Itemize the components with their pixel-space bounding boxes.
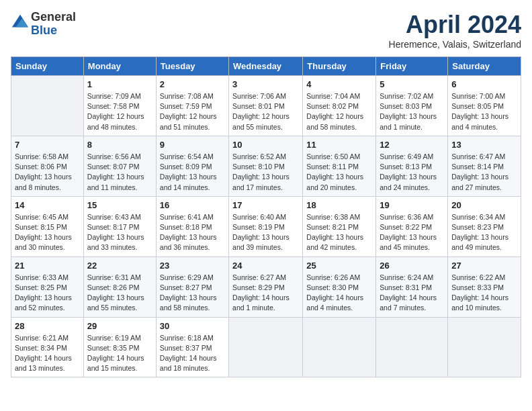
calendar-cell: 24Sunrise: 6:27 AM Sunset: 8:29 PM Dayli… [229,257,303,317]
day-number: 13 [451,140,517,150]
calendar-cell: 3Sunrise: 7:06 AM Sunset: 8:01 PM Daylig… [229,76,303,136]
day-detail: Sunrise: 6:36 AM Sunset: 8:22 PM Dayligh… [380,212,444,253]
day-number: 9 [160,140,225,150]
day-detail: Sunrise: 7:06 AM Sunset: 8:01 PM Dayligh… [232,91,299,132]
month-title: April 2024 [389,11,521,39]
day-detail: Sunrise: 6:34 AM Sunset: 8:23 PM Dayligh… [451,212,517,253]
day-detail: Sunrise: 7:02 AM Sunset: 8:03 PM Dayligh… [380,91,444,132]
day-detail: Sunrise: 6:24 AM Sunset: 8:31 PM Dayligh… [380,273,444,314]
day-number: 26 [380,261,444,271]
calendar-cell: 2Sunrise: 7:08 AM Sunset: 7:59 PM Daylig… [156,76,228,136]
calendar-cell: 27Sunrise: 6:22 AM Sunset: 8:33 PM Dayli… [448,257,521,317]
calendar-cell [229,317,303,377]
day-number: 11 [306,140,372,150]
day-detail: Sunrise: 6:49 AM Sunset: 8:13 PM Dayligh… [380,152,444,193]
calendar-cell [11,76,84,136]
weekday-header-cell: Tuesday [156,57,228,76]
day-detail: Sunrise: 6:26 AM Sunset: 8:30 PM Dayligh… [306,273,372,314]
day-number: 25 [306,261,372,271]
calendar-cell: 1Sunrise: 7:09 AM Sunset: 7:58 PM Daylig… [83,76,156,136]
location-subtitle: Heremence, Valais, Switzerland [389,39,521,50]
calendar-cell [376,317,448,377]
page-header: General Blue April 2024 Heremence, Valai… [11,11,521,50]
calendar-cell: 12Sunrise: 6:49 AM Sunset: 8:13 PM Dayli… [376,136,448,196]
calendar-cell: 11Sunrise: 6:50 AM Sunset: 8:11 PM Dayli… [303,136,376,196]
day-number: 30 [160,321,225,331]
day-number: 6 [451,79,517,89]
calendar-cell: 22Sunrise: 6:31 AM Sunset: 8:26 PM Dayli… [83,257,156,317]
logo-icon [11,13,30,32]
calendar-cell: 30Sunrise: 6:18 AM Sunset: 8:37 PM Dayli… [156,317,228,377]
day-number: 16 [160,200,225,210]
day-detail: Sunrise: 6:43 AM Sunset: 8:17 PM Dayligh… [87,212,152,253]
day-detail: Sunrise: 7:00 AM Sunset: 8:05 PM Dayligh… [451,91,517,132]
day-detail: Sunrise: 7:09 AM Sunset: 7:58 PM Dayligh… [87,91,152,132]
calendar-cell: 23Sunrise: 6:29 AM Sunset: 8:27 PM Dayli… [156,257,228,317]
logo-blue-text: Blue [31,24,57,37]
day-number: 22 [87,261,152,271]
day-detail: Sunrise: 6:50 AM Sunset: 8:11 PM Dayligh… [306,152,372,193]
day-number: 20 [451,200,517,210]
day-detail: Sunrise: 6:31 AM Sunset: 8:26 PM Dayligh… [87,273,152,314]
weekday-header-cell: Sunday [11,57,84,76]
day-detail: Sunrise: 7:04 AM Sunset: 8:02 PM Dayligh… [306,91,372,132]
day-number: 8 [87,140,152,150]
day-number: 19 [380,200,444,210]
calendar-cell: 9Sunrise: 6:54 AM Sunset: 8:09 PM Daylig… [156,136,228,196]
calendar-cell: 18Sunrise: 6:38 AM Sunset: 8:21 PM Dayli… [303,196,376,257]
day-number: 14 [15,200,80,210]
day-detail: Sunrise: 6:52 AM Sunset: 8:10 PM Dayligh… [232,152,299,193]
calendar-week-row: 14Sunrise: 6:45 AM Sunset: 8:15 PM Dayli… [11,196,521,257]
day-detail: Sunrise: 6:21 AM Sunset: 8:34 PM Dayligh… [15,333,80,374]
day-detail: Sunrise: 6:54 AM Sunset: 8:09 PM Dayligh… [160,152,225,193]
day-detail: Sunrise: 6:18 AM Sunset: 8:37 PM Dayligh… [160,333,225,374]
calendar-cell: 14Sunrise: 6:45 AM Sunset: 8:15 PM Dayli… [11,196,84,257]
calendar-cell: 28Sunrise: 6:21 AM Sunset: 8:34 PM Dayli… [11,317,84,377]
day-detail: Sunrise: 6:19 AM Sunset: 8:35 PM Dayligh… [87,333,152,374]
calendar-week-row: 1Sunrise: 7:09 AM Sunset: 7:58 PM Daylig… [11,76,521,136]
calendar-cell: 6Sunrise: 7:00 AM Sunset: 8:05 PM Daylig… [448,76,521,136]
day-detail: Sunrise: 6:56 AM Sunset: 8:07 PM Dayligh… [87,152,152,193]
logo-general-text: General [31,10,76,24]
calendar-cell: 13Sunrise: 6:47 AM Sunset: 8:14 PM Dayli… [448,136,521,196]
calendar-cell: 15Sunrise: 6:43 AM Sunset: 8:17 PM Dayli… [83,196,156,257]
calendar-table: SundayMondayTuesdayWednesdayThursdayFrid… [11,56,521,377]
day-number: 12 [380,140,444,150]
logo: General Blue [11,11,76,38]
day-number: 24 [232,261,299,271]
weekday-header-cell: Saturday [448,57,521,76]
calendar-cell: 4Sunrise: 7:04 AM Sunset: 8:02 PM Daylig… [303,76,376,136]
day-detail: Sunrise: 6:47 AM Sunset: 8:14 PM Dayligh… [451,152,517,193]
weekday-header-cell: Friday [376,57,448,76]
calendar-cell: 10Sunrise: 6:52 AM Sunset: 8:10 PM Dayli… [229,136,303,196]
day-number: 10 [232,140,299,150]
calendar-cell: 26Sunrise: 6:24 AM Sunset: 8:31 PM Dayli… [376,257,448,317]
weekday-header-cell: Monday [83,57,156,76]
calendar-cell: 16Sunrise: 6:41 AM Sunset: 8:18 PM Dayli… [156,196,228,257]
weekday-header-row: SundayMondayTuesdayWednesdayThursdayFrid… [11,57,521,76]
calendar-cell: 21Sunrise: 6:33 AM Sunset: 8:25 PM Dayli… [11,257,84,317]
day-detail: Sunrise: 6:45 AM Sunset: 8:15 PM Dayligh… [15,212,80,253]
calendar-week-row: 7Sunrise: 6:58 AM Sunset: 8:06 PM Daylig… [11,136,521,196]
day-detail: Sunrise: 6:33 AM Sunset: 8:25 PM Dayligh… [15,273,80,314]
day-detail: Sunrise: 6:58 AM Sunset: 8:06 PM Dayligh… [15,152,80,193]
day-number: 4 [306,79,372,89]
day-number: 28 [15,321,80,331]
day-detail: Sunrise: 6:40 AM Sunset: 8:19 PM Dayligh… [232,212,299,253]
day-detail: Sunrise: 6:41 AM Sunset: 8:18 PM Dayligh… [160,212,225,253]
calendar-cell: 17Sunrise: 6:40 AM Sunset: 8:19 PM Dayli… [229,196,303,257]
calendar-cell: 19Sunrise: 6:36 AM Sunset: 8:22 PM Dayli… [376,196,448,257]
day-detail: Sunrise: 6:29 AM Sunset: 8:27 PM Dayligh… [160,273,225,314]
day-number: 23 [160,261,225,271]
calendar-week-row: 21Sunrise: 6:33 AM Sunset: 8:25 PM Dayli… [11,257,521,317]
calendar-cell: 7Sunrise: 6:58 AM Sunset: 8:06 PM Daylig… [11,136,84,196]
day-number: 2 [160,79,225,89]
day-number: 7 [15,140,80,150]
calendar-cell: 29Sunrise: 6:19 AM Sunset: 8:35 PM Dayli… [83,317,156,377]
day-number: 5 [380,79,444,89]
day-detail: Sunrise: 7:08 AM Sunset: 7:59 PM Dayligh… [160,91,225,132]
calendar-week-row: 28Sunrise: 6:21 AM Sunset: 8:34 PM Dayli… [11,317,521,377]
day-detail: Sunrise: 6:22 AM Sunset: 8:33 PM Dayligh… [451,273,517,314]
day-number: 27 [451,261,517,271]
day-number: 15 [87,200,152,210]
